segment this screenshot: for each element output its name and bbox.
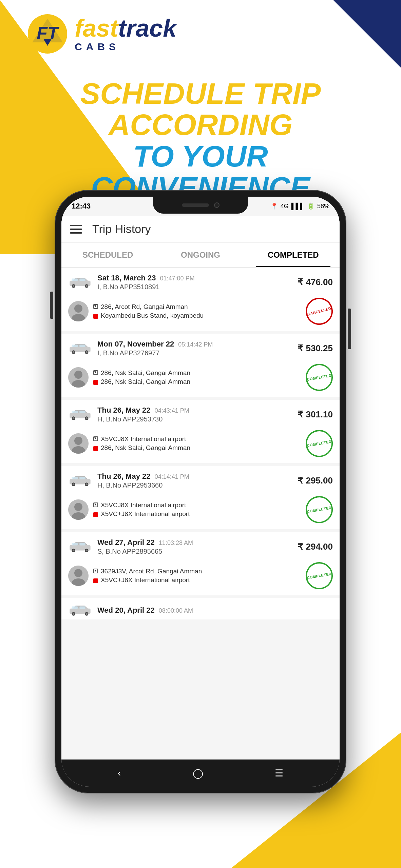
trip-booking: S, B.No APP2895665: [97, 548, 193, 555]
trip-header: Wed 20, April 22 08:00:00 AM: [61, 598, 340, 619]
user-avatar: [68, 301, 89, 321]
trip-amount: ₹ 301.10: [298, 409, 333, 420]
top-bar[interactable]: Trip History: [61, 216, 340, 243]
user-avatar: [68, 367, 89, 388]
tab-ongoing[interactable]: ONGOING: [154, 243, 247, 267]
hamburger-menu-icon[interactable]: [70, 225, 82, 234]
tagline-line1: SCHEDULE TRIP ACCORDING: [20, 78, 381, 141]
status-badge-completed: COMPLETED: [304, 494, 335, 526]
trip-date: Mon 07, November 22 05:14:42 PM: [97, 340, 213, 349]
svg-rect-15: [72, 345, 78, 347]
phone-notch: [153, 197, 248, 214]
logo-icon: FT: [27, 14, 68, 54]
svg-point-12: [74, 304, 82, 313]
svg-point-48: [73, 550, 74, 551]
svg-rect-5: [72, 279, 78, 281]
battery-icon: 🔋: [307, 202, 314, 210]
car-icon: [68, 342, 92, 354]
trip-entry[interactable]: Sat 18, March 23 01:47:00 PM I, B.No APP…: [61, 268, 340, 331]
trip-amount: ₹ 295.00: [298, 475, 333, 486]
tagline: SCHEDULE TRIP ACCORDING TO YOUR CONVENIE…: [0, 78, 401, 203]
status-icons: 📍 4G ▌▌▌ 🔋 58%: [270, 202, 329, 210]
trip-entry[interactable]: Wed 27, April 22 11:03:28 AM S, B.No APP…: [61, 532, 340, 595]
trip-list: Sat 18, March 23 01:47:00 PM I, B.No APP…: [61, 268, 340, 760]
svg-point-60: [86, 613, 88, 615]
trip-amount: ₹ 530.25: [298, 343, 333, 354]
svg-rect-26: [79, 411, 85, 413]
svg-point-32: [74, 437, 82, 445]
svg-point-40: [86, 484, 88, 485]
page-title: Trip History: [92, 222, 151, 236]
tab-scheduled[interactable]: SCHEDULED: [61, 243, 154, 267]
status-time: 12:43: [72, 202, 91, 211]
bottom-nav: ‹ ◯ ☰: [61, 760, 340, 787]
svg-rect-16: [79, 345, 85, 347]
trip-entry[interactable]: Wed 20, April 22 08:00:00 AM: [61, 598, 340, 619]
user-avatar: [68, 566, 89, 586]
trip-booking: I, B.No APP3510891: [97, 283, 195, 291]
svg-point-8: [73, 285, 74, 287]
trip-date: Wed 20, April 22 08:00:00 AM: [97, 606, 193, 615]
trip-details: 286, Nsk Salai, Gangai Amman 286, Nsk Sa…: [61, 360, 340, 397]
trip-amount: ₹ 476.00: [298, 277, 333, 288]
notch-speaker: [182, 203, 209, 207]
svg-rect-35: [72, 477, 78, 479]
phone-mockup: 12:43 📍 4G ▌▌▌ 🔋 58% Trip History: [55, 190, 346, 793]
car-icon: [68, 276, 92, 288]
svg-point-38: [73, 484, 74, 485]
svg-point-22: [74, 371, 82, 379]
trip-details: 3629J3V, Arcot Rd, Gangai Amman X5VC+J8X…: [61, 559, 340, 595]
nav-back-button[interactable]: ‹: [118, 768, 121, 778]
trip-route: X5VCJ8X International airport X5VC+J8X I…: [93, 501, 190, 518]
network-icon: 4G: [281, 203, 289, 210]
svg-point-58: [73, 613, 74, 615]
svg-point-52: [74, 569, 82, 577]
status-badge-completed: COMPLETED: [304, 428, 335, 459]
svg-rect-6: [79, 279, 85, 281]
trip-route: 286, Nsk Salai, Gangai Amman 286, Nsk Sa…: [93, 369, 190, 386]
svg-rect-36: [79, 477, 85, 479]
status-badge-cancelled: CANCELLED: [303, 295, 336, 328]
phone-inner: 12:43 📍 4G ▌▌▌ 🔋 58% Trip History: [61, 197, 340, 787]
header: FT fasttrack CABS: [0, 14, 401, 54]
svg-point-50: [86, 550, 88, 551]
tabs: SCHEDULED ONGOING COMPLETED: [61, 243, 340, 268]
trip-entry[interactable]: Mon 07, November 22 05:14:42 PM I, B.No …: [61, 334, 340, 397]
trip-date: Thu 26, May 22 04:14:41 PM: [97, 472, 189, 481]
svg-rect-25: [72, 411, 78, 413]
svg-rect-46: [79, 543, 85, 546]
svg-point-28: [73, 417, 74, 419]
user-avatar: [68, 433, 89, 454]
trip-entry[interactable]: Thu 26, May 22 04:14:41 PM H, B.No APP29…: [61, 466, 340, 529]
tab-completed[interactable]: COMPLETED: [247, 243, 340, 267]
trip-entry[interactable]: Thu 26, May 22 04:43:41 PM H, B.No APP29…: [61, 400, 340, 463]
trip-details: 286, Arcot Rd, Gangai Amman Koyambedu Bu…: [61, 294, 340, 331]
trip-header: Wed 27, April 22 11:03:28 AM S, B.No APP…: [61, 532, 340, 559]
trip-booking: I, B.No APP3276977: [97, 349, 213, 357]
logo-text: fasttrack CABS: [75, 16, 176, 52]
phone-outer: 12:43 📍 4G ▌▌▌ 🔋 58% Trip History: [55, 190, 346, 793]
battery-percent: 58%: [317, 203, 329, 210]
svg-point-18: [73, 351, 74, 353]
car-icon: [68, 604, 92, 616]
user-avatar: [68, 499, 89, 520]
svg-point-42: [74, 503, 82, 511]
trip-header: Sat 18, March 23 01:47:00 PM I, B.No APP…: [61, 268, 340, 294]
trip-route: 3629J3V, Arcot Rd, Gangai Amman X5VC+J8X…: [93, 568, 202, 584]
app-content: Trip History SCHEDULED ONGOING COMPLETED: [61, 216, 340, 760]
nav-recent-button[interactable]: ☰: [275, 768, 283, 779]
trip-header: Mon 07, November 22 05:14:42 PM I, B.No …: [61, 334, 340, 360]
logo-sub: CABS: [75, 42, 176, 52]
status-badge-completed: COMPLETED: [304, 362, 335, 393]
status-badge-completed: COMPLETED: [304, 560, 335, 592]
nav-home-button[interactable]: ◯: [193, 768, 203, 779]
car-icon: [68, 541, 92, 553]
trip-booking: H, B.No APP2953730: [97, 415, 189, 423]
trip-details: X5VCJ8X International airport 286, Nsk S…: [61, 427, 340, 463]
trip-header: Thu 26, May 22 04:43:41 PM H, B.No APP29…: [61, 400, 340, 427]
svg-rect-45: [72, 543, 78, 546]
svg-point-30: [86, 417, 88, 419]
trip-date: Thu 26, May 22 04:43:41 PM: [97, 406, 189, 415]
trip-date: Sat 18, March 23 01:47:00 PM: [97, 274, 195, 282]
car-icon: [68, 409, 92, 420]
